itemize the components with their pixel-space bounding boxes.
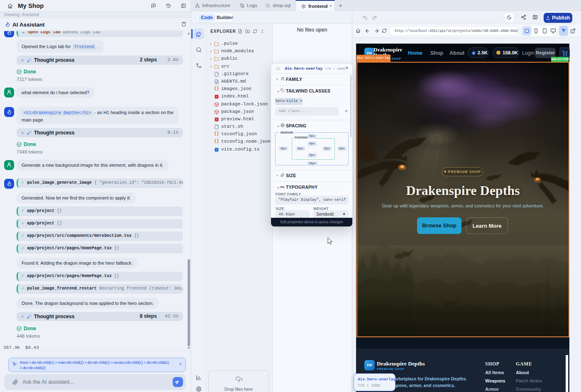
- svg-text:V: V: [216, 149, 217, 151]
